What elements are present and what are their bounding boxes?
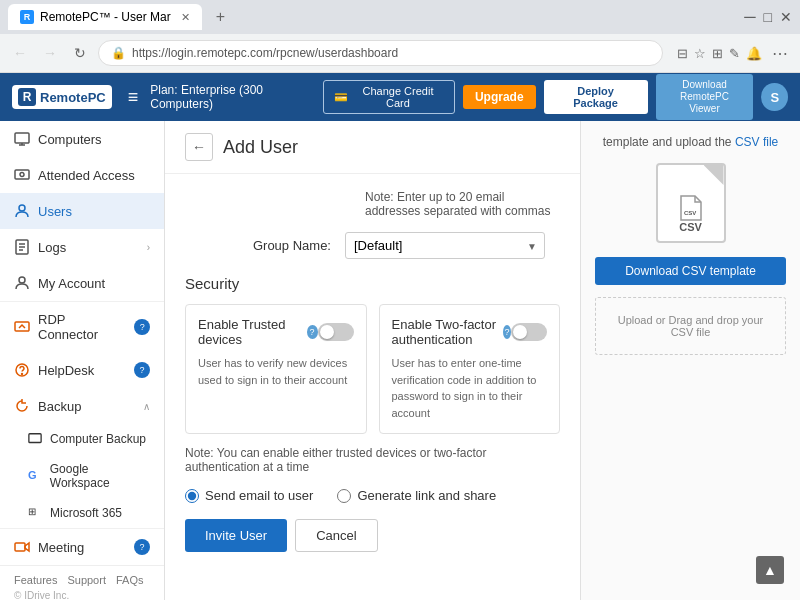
sidebar-microsoft-label: Microsoft 365	[50, 506, 122, 520]
trusted-devices-desc: User has to verify new devices used to s…	[198, 355, 354, 388]
address-bar[interactable]: 🔒 https://login.remotepc.com/rpcnew/user…	[98, 40, 663, 66]
sidebar-item-users[interactable]: Users	[0, 193, 164, 229]
plan-text: Plan: Enterprise (300 Computers)	[150, 83, 323, 111]
deploy-package-button[interactable]: Deploy Package	[544, 80, 648, 114]
sidebar-item-backup[interactable]: Backup ∧	[0, 388, 164, 424]
trusted-devices-title: Enable Trusted devices ?	[198, 317, 318, 347]
svg-rect-11	[15, 322, 29, 331]
scroll-to-top-button[interactable]: ▲	[756, 556, 784, 584]
window-close-button[interactable]: ✕	[780, 9, 792, 25]
restore-button[interactable]: □	[764, 9, 772, 25]
send-email-radio[interactable]	[185, 489, 199, 503]
two-factor-info-icon[interactable]: ?	[503, 325, 511, 339]
browser-menu-button[interactable]: ⋯	[768, 41, 792, 65]
navbar: R RemotePC ≡ Plan: Enterprise (300 Compu…	[0, 73, 800, 121]
group-name-select[interactable]: [Default]	[345, 232, 545, 259]
new-tab-button[interactable]: +	[210, 6, 231, 28]
favorite-icon[interactable]: ☆	[694, 46, 706, 61]
invite-method-radio-group: Send email to user Generate link and sha…	[185, 488, 560, 503]
sidebar-item-logs[interactable]: Logs ›	[0, 229, 164, 265]
csv-icon: CSV CSV	[656, 163, 726, 243]
meeting-badge: ?	[134, 539, 150, 555]
computer-icon	[14, 131, 30, 147]
sidebar-helpdesk-label: HelpDesk	[38, 363, 94, 378]
trusted-devices-toggle[interactable]	[318, 323, 354, 341]
back-button[interactable]: ←	[185, 133, 213, 161]
back-browser-button[interactable]: ←	[8, 41, 32, 65]
action-buttons: Invite User Cancel	[185, 519, 560, 552]
sidebar-item-my-account[interactable]: My Account	[0, 265, 164, 301]
help-icon	[14, 362, 30, 378]
sidebar-logs-label: Logs	[38, 240, 66, 255]
upgrade-button[interactable]: Upgrade	[463, 85, 536, 109]
browser-action-icons: ⊟ ☆ ⊞ ✎ 🔔 ⋯	[677, 41, 792, 65]
generate-link-radio-label[interactable]: Generate link and share	[337, 488, 496, 503]
minimize-button[interactable]: ─	[744, 8, 755, 26]
screen-icon	[14, 167, 30, 183]
sidebar: Computers Attended Access Users Logs ›	[0, 121, 165, 600]
url-text: https://login.remotepc.com/rpcnew/userda…	[132, 46, 398, 60]
logs-chevron-icon: ›	[147, 242, 150, 253]
sidebar-attended-label: Attended Access	[38, 168, 135, 183]
cancel-button[interactable]: Cancel	[295, 519, 377, 552]
computer-backup-icon	[28, 432, 42, 446]
download-viewer-button[interactable]: Download RemotePC Viewer	[656, 74, 754, 120]
generate-link-radio[interactable]	[337, 489, 351, 503]
lock-icon: 🔒	[111, 46, 126, 60]
csv-drop-zone[interactable]: Upload or Drag and drop your CSV file	[595, 297, 786, 355]
support-link[interactable]: Support	[67, 574, 106, 586]
helpdesk-badge: ?	[134, 362, 150, 378]
trusted-devices-info-icon[interactable]: ?	[307, 325, 318, 339]
send-email-radio-label[interactable]: Send email to user	[185, 488, 313, 503]
user-avatar[interactable]: S	[761, 83, 788, 111]
send-email-label: Send email to user	[205, 488, 313, 503]
close-tab-button[interactable]: ✕	[181, 11, 190, 24]
sidebar-item-microsoft-365[interactable]: ⊞ Microsoft 365	[0, 498, 164, 528]
note-text: Note: Enter up to 20 email addresses sep…	[365, 190, 560, 218]
notifications-icon[interactable]: 🔔	[746, 46, 762, 61]
sidebar-item-google-workspace[interactable]: G Google Workspace	[0, 454, 164, 498]
sidebar-users-label: Users	[38, 204, 72, 219]
svg-rect-15	[15, 543, 25, 551]
csv-file-link[interactable]: CSV file	[735, 135, 778, 149]
two-factor-toggle[interactable]	[511, 323, 547, 341]
two-factor-header: Enable Two-factor authentication ?	[392, 317, 548, 347]
logo-text: RemotePC	[40, 90, 106, 105]
trusted-devices-card: Enable Trusted devices ? User has to ver…	[185, 304, 367, 434]
download-line2: RemotePC Viewer	[666, 91, 744, 115]
navbar-actions: 💳 Change Credit Card Upgrade Deploy Pack…	[323, 74, 788, 120]
sidebar-item-computer-backup[interactable]: Computer Backup	[0, 424, 164, 454]
hamburger-menu-button[interactable]: ≡	[128, 87, 139, 108]
rdp-icon	[14, 319, 30, 335]
content-body: Note: Enter up to 20 email addresses sep…	[165, 174, 580, 600]
faqs-link[interactable]: FAQs	[116, 574, 144, 586]
download-line1: Download	[666, 79, 744, 91]
sidebar-item-helpdesk[interactable]: HelpDesk ?	[0, 352, 164, 388]
browser-tab[interactable]: R RemotePC™ - User Mar ✕	[8, 4, 202, 30]
sidebar-item-attended-access[interactable]: Attended Access	[0, 157, 164, 193]
svg-rect-0	[15, 133, 29, 143]
forward-browser-button[interactable]: →	[38, 41, 62, 65]
page-title: Add User	[223, 137, 298, 158]
tab-groups-icon[interactable]: ⊞	[712, 46, 723, 61]
invite-user-button[interactable]: Invite User	[185, 519, 287, 552]
app: R RemotePC ≡ Plan: Enterprise (300 Compu…	[0, 73, 800, 600]
footer-links: Features Support FAQs	[14, 574, 150, 586]
sidebar-item-computers[interactable]: Computers	[0, 121, 164, 157]
logo-icon: R	[18, 88, 36, 106]
reload-button[interactable]: ↻	[68, 41, 92, 65]
cast-icon[interactable]: ⊟	[677, 46, 688, 61]
security-note: Note: You can enable either trusted devi…	[185, 446, 560, 474]
sidebar-item-rdp-connector[interactable]: RDP Connector ?	[0, 301, 164, 352]
group-name-row: Group Name: [Default]	[185, 232, 560, 259]
log-icon	[14, 239, 30, 255]
edit-icon[interactable]: ✎	[729, 46, 740, 61]
sidebar-google-label: Google Workspace	[50, 462, 150, 490]
two-factor-knob	[513, 325, 527, 339]
person-icon	[14, 203, 30, 219]
features-link[interactable]: Features	[14, 574, 57, 586]
change-credit-card-button[interactable]: 💳 Change Credit Card	[323, 80, 455, 114]
sidebar-item-meeting[interactable]: Meeting ?	[0, 528, 164, 565]
tab-title: RemotePC™ - User Mar	[40, 10, 171, 24]
download-csv-button[interactable]: Download CSV template	[595, 257, 786, 285]
